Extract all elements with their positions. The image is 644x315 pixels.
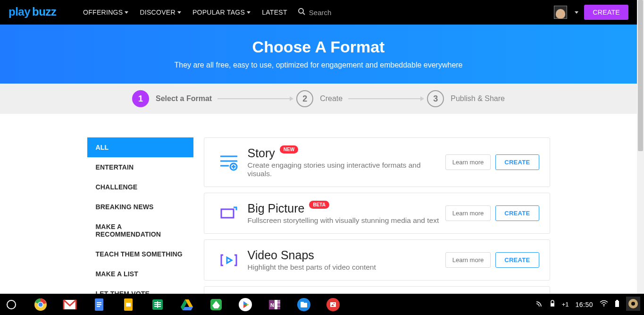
category-challenge[interactable]: CHALLENGE	[87, 177, 193, 197]
new-badge: NEW	[280, 145, 298, 153]
svg-rect-45	[277, 300, 280, 303]
svg-rect-31	[157, 301, 158, 308]
category-breaking-news[interactable]: BREAKING NEWS	[87, 197, 193, 217]
step-label: Publish & Share	[451, 94, 505, 103]
svg-rect-58	[616, 300, 618, 301]
format-title: Video Snaps	[248, 248, 314, 262]
hero: Choose A Format They are all free, easy …	[0, 25, 637, 84]
battery-icon[interactable]	[615, 300, 619, 309]
step-3: 3 Publish & Share	[427, 90, 505, 107]
create-button[interactable]: CREATE	[584, 5, 628, 20]
format-desc: Create engaging stories using interactiv…	[248, 161, 445, 178]
format-title: Story	[248, 146, 275, 160]
chevron-down-icon	[125, 11, 128, 14]
create-format-button[interactable]: CREATE	[495, 154, 539, 170]
learn-more-button[interactable]: Learn more	[445, 252, 491, 268]
category-list[interactable]: MAKE A LIST	[87, 264, 193, 284]
chevron-down-icon	[177, 11, 181, 14]
sheets-icon[interactable]	[150, 297, 165, 312]
chevron-down-icon	[247, 11, 251, 14]
vertical-scrollbar[interactable]	[637, 0, 644, 294]
taskbar: N +1 16:50	[0, 294, 644, 315]
scrollbar-thumb[interactable]	[638, 0, 643, 151]
docs-icon[interactable]	[92, 297, 107, 312]
svg-point-56	[603, 306, 604, 306]
step-label: Create	[320, 94, 343, 103]
logo[interactable]: play buzz	[8, 5, 70, 19]
launcher-icon[interactable]	[4, 297, 19, 312]
create-format-button[interactable]: CREATE	[495, 252, 539, 268]
format-list: Story NEW Create engaging stories using …	[204, 137, 550, 294]
page-subtitle: They are all free, easy to use, optimize…	[9, 61, 627, 69]
svg-rect-50	[301, 302, 304, 304]
category-all[interactable]: ALL	[87, 137, 193, 157]
svg-point-13	[7, 300, 16, 309]
svg-rect-24	[97, 306, 100, 307]
step-1: 1 Select a Format	[132, 90, 212, 107]
svg-point-2	[299, 9, 303, 13]
step-connector	[348, 98, 421, 99]
account-tile[interactable]	[626, 297, 640, 312]
svg-point-61	[631, 302, 635, 306]
steps-bar: 1 Select a Format 2 Create 3 Publish & S…	[0, 84, 637, 114]
cast-icon[interactable]	[535, 300, 543, 309]
top-nav: play buzz OFFERINGS DISCOVER POPULAR TAG…	[0, 0, 637, 25]
svg-rect-57	[615, 301, 619, 307]
drive-icon[interactable]	[179, 297, 194, 312]
svg-rect-10	[221, 209, 234, 218]
svg-point-17	[39, 302, 43, 306]
page-title: Choose A Format	[9, 38, 627, 56]
category-teach[interactable]: TEACH THEM SOMETHING	[87, 244, 193, 264]
format-desc: Highlight the best parts of video conten…	[248, 263, 445, 272]
clock: 16:50	[575, 301, 593, 308]
nav-latest[interactable]: LATEST	[262, 9, 287, 16]
svg-rect-26	[126, 303, 131, 306]
svg-marker-11	[227, 257, 232, 263]
category-entertain[interactable]: ENTERTAIN	[87, 157, 193, 177]
gmail-icon[interactable]	[62, 297, 77, 312]
nav-popular-tags[interactable]: POPULAR TAGS	[192, 9, 251, 16]
step-circle: 2	[296, 90, 313, 107]
format-card-video-snaps: Video Snaps Highlight the best parts of …	[204, 239, 550, 281]
learn-more-button[interactable]: Learn more	[445, 154, 491, 170]
video-snaps-icon	[215, 249, 243, 272]
step-circle: 3	[427, 90, 444, 107]
learn-more-button[interactable]: Learn more	[445, 205, 491, 221]
svg-rect-23	[97, 304, 101, 305]
wifi-icon[interactable]	[600, 300, 608, 308]
format-card-story: Story NEW Create engaging stories using …	[204, 137, 550, 187]
search-icon	[298, 8, 305, 17]
avatar[interactable]	[554, 6, 567, 19]
format-card-convo: Convo	[204, 286, 550, 294]
format-desc: Fullscreen storytelling with visually st…	[248, 216, 445, 225]
chrome-icon[interactable]	[33, 297, 48, 312]
story-icon	[215, 151, 243, 174]
search-input[interactable]	[309, 9, 403, 17]
nav-offerings[interactable]: OFFERINGS	[83, 9, 128, 16]
svg-line-3	[303, 13, 305, 15]
svg-rect-47	[277, 306, 280, 309]
svg-rect-46	[277, 303, 280, 306]
svg-point-54	[334, 303, 335, 304]
play-store-icon[interactable]	[238, 297, 253, 312]
svg-text:buzz: buzz	[32, 5, 57, 18]
category-sidebar: ALL ENTERTAIN CHALLENGE BREAKING NEWS MA…	[87, 137, 193, 294]
category-vote[interactable]: LET THEM VOTE	[87, 284, 193, 294]
files-icon[interactable]	[296, 297, 311, 312]
step-2: 2 Create	[296, 90, 343, 107]
create-format-button[interactable]: CREATE	[495, 205, 539, 221]
big-picture-icon	[215, 202, 243, 225]
lock-icon[interactable]	[550, 300, 555, 309]
onenote-icon[interactable]: N	[267, 297, 282, 312]
notification-badge[interactable]: +1	[562, 301, 569, 308]
slides-icon[interactable]	[121, 297, 136, 312]
svg-text:play: play	[8, 5, 31, 18]
svg-text:N: N	[270, 302, 274, 308]
format-card-big-picture: Big Picture BETA Fullscreen storytelling…	[204, 193, 550, 234]
nav-discover[interactable]: DISCOVER	[140, 9, 181, 16]
category-recommendation[interactable]: MAKE A RECOMMENDATION	[87, 217, 193, 244]
photos-icon[interactable]	[326, 297, 341, 312]
beta-badge: BETA	[309, 201, 329, 209]
feedly-icon[interactable]	[209, 297, 224, 312]
user-menu-caret-icon[interactable]	[575, 11, 578, 14]
